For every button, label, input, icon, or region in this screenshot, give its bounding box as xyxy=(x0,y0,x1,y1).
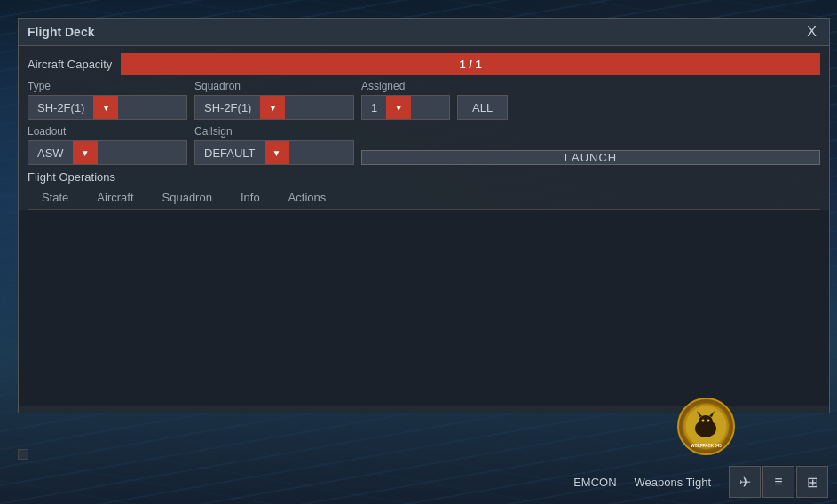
tab-actions[interactable]: Actions xyxy=(274,187,341,209)
squadron-label: Squadron xyxy=(194,80,354,92)
callsign-group: Callsign DEFAULT ▼ xyxy=(194,125,354,165)
aircraft-capacity-row: Aircraft Capacity 1 / 1 xyxy=(28,53,820,75)
svg-point-6 xyxy=(702,420,705,422)
wolfpack-emblem: WOLFPACK 345 xyxy=(677,398,735,455)
assigned-label: Assigned xyxy=(361,80,508,92)
weapons-tight-label[interactable]: Weapons Tight xyxy=(635,476,711,489)
type-value: SH-2F(1) xyxy=(28,101,93,114)
type-label: Type xyxy=(28,80,187,92)
flight-deck-panel: Flight Deck X Aircraft Capacity 1 / 1 Ty… xyxy=(18,18,830,413)
capacity-bar: 1 / 1 xyxy=(121,53,820,75)
all-button[interactable]: ALL xyxy=(457,95,508,120)
aircraft-icon: ✈ xyxy=(739,474,751,491)
tab-squadron[interactable]: Squadron xyxy=(148,187,226,209)
assigned-group: Assigned 1 ▼ ALL xyxy=(361,80,508,120)
launch-wrap: LAUNCH xyxy=(361,134,820,165)
loadout-value: ASW xyxy=(28,146,73,160)
tab-state[interactable]: State xyxy=(28,187,83,209)
close-button[interactable]: X xyxy=(803,24,820,40)
callsign-dropdown-arrow: ▼ xyxy=(265,141,289,164)
grid-icon: ⊞ xyxy=(807,474,818,491)
flight-ops-label: Flight Operations xyxy=(28,170,820,184)
tab-aircraft[interactable]: Aircraft xyxy=(83,187,147,209)
loadout-callsign-row: Loadout ASW ▼ Callsign DEFAULT ▼ LAUNCH xyxy=(28,125,820,165)
aircraft-capacity-label: Aircraft Capacity xyxy=(28,58,112,71)
flight-ops-tabs: State Aircraft Squadron Info Actions xyxy=(28,187,820,210)
loadout-label: Loadout xyxy=(28,125,187,138)
panel-title: Flight Deck xyxy=(28,25,94,39)
svg-point-7 xyxy=(707,420,710,422)
launch-button[interactable]: LAUNCH xyxy=(361,150,820,165)
loadout-dropdown-arrow: ▼ xyxy=(73,141,98,164)
type-dropdown-arrow: ▼ xyxy=(93,96,118,119)
squadron-group: Squadron SH-2F(1) ▼ xyxy=(194,80,354,120)
squadron-dropdown-arrow: ▼ xyxy=(260,96,285,119)
squadron-value: SH-2F(1) xyxy=(195,101,260,114)
scroll-indicator xyxy=(18,449,28,460)
bottom-icons: ✈ ≡ ⊞ xyxy=(729,466,828,498)
type-group: Type SH-2F(1) ▼ xyxy=(28,80,187,120)
grid-icon-button[interactable]: ⊞ xyxy=(796,466,828,498)
capacity-value: 1 / 1 xyxy=(460,58,482,71)
wolfpack-logo: WOLFPACK 345 xyxy=(677,398,735,455)
wolfpack-svg: WOLFPACK 345 xyxy=(682,402,730,451)
list-icon-button[interactable]: ≡ xyxy=(762,466,794,498)
svg-text:WOLFPACK 345: WOLFPACK 345 xyxy=(691,444,722,448)
callsign-value: DEFAULT xyxy=(195,146,265,160)
loadout-dropdown[interactable]: ASW ▼ xyxy=(28,140,187,165)
aircraft-icon-button[interactable]: ✈ xyxy=(729,466,761,498)
callsign-dropdown[interactable]: DEFAULT ▼ xyxy=(194,140,354,165)
type-squadron-row: Type SH-2F(1) ▼ Squadron SH-2F(1) ▼ Assi… xyxy=(28,80,820,120)
panel-header: Flight Deck X xyxy=(19,19,829,46)
bottom-bar: EMCON Weapons Tight ✈ ≡ ⊞ xyxy=(0,460,837,504)
assigned-value: 1 xyxy=(362,101,386,114)
loadout-group: Loadout ASW ▼ xyxy=(28,125,187,165)
assigned-dropdown-arrow: ▼ xyxy=(386,96,411,119)
emcon-label[interactable]: EMCON xyxy=(573,476,616,489)
svg-point-3 xyxy=(699,415,713,428)
callsign-label: Callsign xyxy=(194,125,354,138)
squadron-dropdown[interactable]: SH-2F(1) ▼ xyxy=(194,95,354,120)
flight-ops-content xyxy=(19,210,829,406)
panel-body: Aircraft Capacity 1 / 1 Type SH-2F(1) ▼ … xyxy=(19,46,829,413)
type-dropdown[interactable]: SH-2F(1) ▼ xyxy=(28,95,187,120)
tab-info[interactable]: Info xyxy=(226,187,274,209)
list-icon: ≡ xyxy=(774,474,782,490)
assigned-dropdown[interactable]: 1 ▼ xyxy=(361,95,450,120)
